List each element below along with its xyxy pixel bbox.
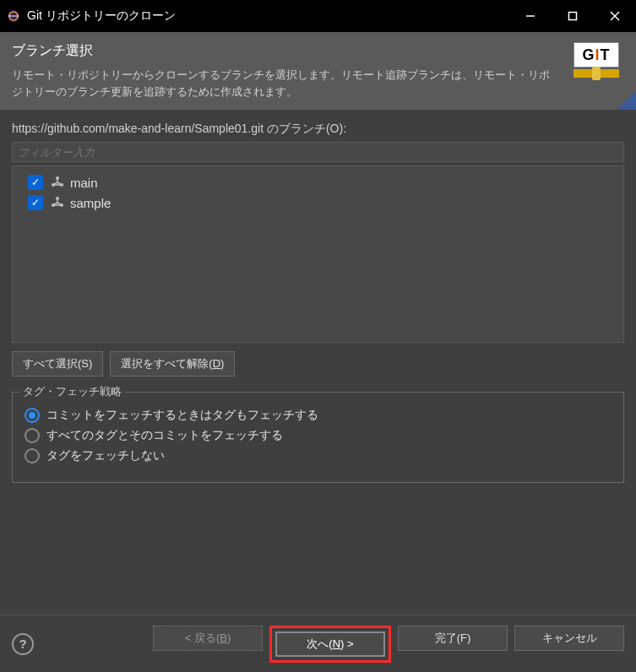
wizard-footer: ? < 戻る(B) 次へ(N) > 完了(F) キャンセル <box>0 615 636 672</box>
eclipse-icon <box>7 9 20 23</box>
radio-option-no-tags[interactable]: タグをフェッチしない <box>24 448 612 463</box>
filter-input[interactable] <box>12 142 624 162</box>
finish-button[interactable]: 完了(F) <box>398 626 508 651</box>
branch-name: sample <box>70 196 111 210</box>
select-all-button[interactable]: すべて選択(S) <box>12 351 103 377</box>
branch-name: main <box>70 176 98 190</box>
back-button[interactable]: < 戻る(B) <box>153 626 263 651</box>
deselect-all-button[interactable]: 選択をすべて解除(D) <box>110 351 235 377</box>
branch-checkbox[interactable]: ✓ <box>28 175 43 190</box>
branch-list[interactable]: ✓ main ✓ sample <box>12 165 624 343</box>
close-button[interactable] <box>594 0 636 32</box>
page-description: リモート・リポジトリーからクローンするブランチを選択します。リモート追跡ブランチ… <box>12 67 552 100</box>
radio-button[interactable] <box>24 408 40 423</box>
branches-of-label: https://github.com/make-and-learn/Sample… <box>12 122 624 137</box>
branch-icon <box>50 196 65 210</box>
tag-fetch-strategy-group: タグ・フェッチ戦略 コミットをフェッチするときはタグもフェッチする すべてのタグ… <box>12 392 624 483</box>
annotation-highlight: 次へ(N) > <box>269 626 391 663</box>
window-title: Git リポジトリーのクローン <box>27 8 509 24</box>
radio-option-fetch-tags-with-commits[interactable]: コミットをフェッチするときはタグもフェッチする <box>24 408 612 423</box>
svg-point-13 <box>60 183 63 187</box>
svg-point-7 <box>56 176 59 180</box>
resize-corner-icon <box>617 91 636 110</box>
minimize-button[interactable] <box>509 0 552 32</box>
svg-rect-4 <box>569 13 577 20</box>
svg-point-12 <box>52 183 55 187</box>
svg-point-20 <box>60 203 63 207</box>
page-title: ブランチ選択 <box>12 42 568 60</box>
radio-button[interactable] <box>24 448 40 463</box>
cancel-button[interactable]: キャンセル <box>514 626 624 651</box>
wizard-header: ブランチ選択 リモート・リポジトリーからクローンするブランチを選択します。リモー… <box>0 32 636 110</box>
svg-point-14 <box>56 197 59 200</box>
titlebar: Git リポジトリーのクローン <box>0 0 636 32</box>
svg-point-19 <box>52 203 55 207</box>
git-wizard-icon: GIT <box>568 42 624 89</box>
fieldset-legend: タグ・フェッチ戦略 <box>19 384 125 399</box>
branch-icon <box>50 176 65 190</box>
next-button[interactable]: 次へ(N) > <box>275 631 385 657</box>
branch-item[interactable]: ✓ sample <box>28 195 608 210</box>
radio-button[interactable] <box>24 428 40 443</box>
help-icon[interactable]: ? <box>12 633 34 655</box>
branch-item[interactable]: ✓ main <box>28 175 608 190</box>
maximize-button[interactable] <box>552 0 594 32</box>
radio-option-fetch-all-tags[interactable]: すべてのタグとそのコミットをフェッチする <box>24 428 612 443</box>
branch-checkbox[interactable]: ✓ <box>28 195 43 210</box>
